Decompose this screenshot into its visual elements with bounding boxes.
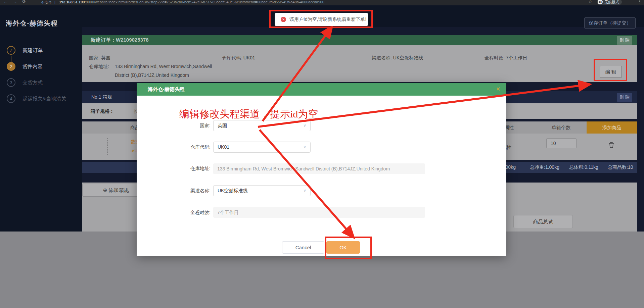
sidebar-steps: ✓ 新建订单 2 货件内容 3 交货方式 4 起运报关&当地清关 bbox=[0, 27, 82, 232]
step-4-indicator: 4 bbox=[7, 94, 15, 103]
annotation-box-ok-button bbox=[325, 237, 372, 259]
step-1-check-icon: ✓ bbox=[7, 46, 15, 55]
url-rest: :8000/website/index.html#/orderFonBW/ste… bbox=[85, 0, 324, 4]
sidebar-item-shipment-content[interactable]: 货件内容 bbox=[22, 63, 43, 70]
modal-address-input: 133 Birmingham Rd, West Bromwich,Sandwel… bbox=[213, 163, 425, 174]
modal-title: 海外仓-赫德头程 bbox=[148, 86, 185, 93]
order-delete-button[interactable]: 删 除 bbox=[617, 36, 632, 45]
address-line1: 133 Birmingham Rd, West Bromwich,Sandwel… bbox=[115, 64, 212, 69]
sidebar-item-new-order[interactable]: 新建订单 bbox=[22, 47, 43, 54]
chevron-down-icon: ∨ bbox=[303, 186, 306, 196]
sidebar-item-customs[interactable]: 起运报关&当地清关 bbox=[22, 96, 66, 102]
annotation-box-toast bbox=[269, 10, 373, 28]
chevron-down-icon: ∨ bbox=[303, 142, 306, 152]
modal-duration-input: 7个工作日 bbox=[213, 207, 425, 218]
address-label: 仓库地址: bbox=[89, 64, 109, 69]
row-divider bbox=[107, 138, 108, 155]
add-product-button[interactable]: 添加商品 bbox=[587, 121, 637, 134]
order-number-title: 新建订单：W2109025378 bbox=[91, 37, 149, 43]
modal-country-label: 国家: bbox=[152, 123, 211, 129]
browser-menu-icon[interactable]: ⋮ bbox=[637, 0, 642, 4]
warehouse-code-label: 仓库代码: bbox=[222, 55, 242, 60]
modal-warehouse-code-select[interactable]: UK01∨ bbox=[213, 142, 311, 153]
forward-icon[interactable]: → bbox=[13, 0, 17, 4]
box-delete-button[interactable]: 删 除 bbox=[617, 93, 632, 102]
stat-net-weight: 总净重:1.00kg bbox=[530, 164, 559, 170]
modal-footer-divider bbox=[137, 239, 506, 239]
warehouse-code-value: UK01 bbox=[243, 55, 255, 60]
chevron-down-icon: ∨ bbox=[303, 120, 306, 131]
channel-label: 渠道名称: bbox=[372, 55, 392, 60]
incognito-label: 无痕模式 bbox=[604, 0, 619, 4]
order-info-section: 国家: 英国 仓库代码: UK01 渠道名称: UK空派标准线 全程时效: 7个… bbox=[82, 45, 637, 82]
country-value: 英国 bbox=[101, 55, 110, 60]
close-icon[interactable]: ✕ bbox=[496, 86, 500, 92]
modal-address-label: 仓库地址: bbox=[152, 166, 211, 172]
modal-channel-select[interactable]: UK空派标准线∨ bbox=[213, 185, 311, 196]
url-separator: | bbox=[54, 0, 55, 4]
step-2-indicator: 2 bbox=[7, 62, 15, 71]
product-overview-button[interactable]: 商品总览 bbox=[513, 215, 573, 228]
bookmark-star-icon[interactable]: ☆ bbox=[588, 0, 592, 4]
order-title-bar: 新建订单：W2109025378 删 除 bbox=[82, 35, 637, 45]
modal-warehouse-code-value: UK01 bbox=[218, 144, 229, 150]
modal-channel-label: 渠道名称: bbox=[152, 188, 211, 194]
channel-value: UK空派标准线 bbox=[393, 55, 423, 60]
modal-country-value: 英国 bbox=[218, 123, 227, 128]
annotation-box-edit-button bbox=[594, 59, 627, 81]
sidebar-item-delivery-method[interactable]: 交货方式 bbox=[22, 80, 43, 86]
save-order-button[interactable]: 保存订单（待提交） bbox=[584, 17, 636, 29]
security-warning-label: 不安全 bbox=[41, 0, 52, 5]
reload-icon[interactable]: ⟳ bbox=[22, 0, 26, 4]
back-icon[interactable]: ← bbox=[3, 0, 8, 4]
modal-warehouse-code-label: 仓库代码: bbox=[152, 144, 211, 150]
incognito-icon: oo bbox=[598, 0, 603, 4]
modal-header: 海外仓-赫德头程 ✕ bbox=[137, 83, 506, 96]
browser-chrome: ← → ⟳ 不安全 | 192.168.51.199:8000/website/… bbox=[0, 0, 644, 5]
plus-circle-icon: ⊕ bbox=[103, 187, 107, 193]
country-label: 国家: bbox=[89, 55, 100, 60]
url-bar[interactable]: 192.168.51.199:8000/website/index.html#/… bbox=[59, 0, 324, 4]
add-box-label: 添加箱规 bbox=[108, 187, 129, 193]
stat-volume: 总体积:0.11kg bbox=[569, 164, 598, 170]
page: ← → ⟳ 不安全 | 192.168.51.199:8000/website/… bbox=[0, 0, 644, 308]
box-number-title: No.1 箱规 bbox=[91, 94, 112, 100]
page-title: 海外仓-赫德头程 bbox=[6, 19, 58, 28]
qty-per-box-input[interactable]: 10 bbox=[546, 138, 577, 148]
annotation-note: 编辑修改头程渠道，提示id为空 bbox=[179, 107, 318, 121]
cancel-button[interactable]: Cancel bbox=[282, 241, 324, 254]
modal-country-select[interactable]: 英国∨ bbox=[213, 120, 311, 131]
incognito-badge: oo 无痕模式 bbox=[597, 0, 622, 5]
box-spec-label: 箱子规格： bbox=[91, 108, 114, 114]
modal-duration-label: 全程时效: bbox=[152, 210, 211, 216]
modal-channel-value: UK空派标准线 bbox=[218, 188, 247, 193]
duration-value: 7个工作日 bbox=[506, 55, 527, 60]
column-qty-per-box: 单箱个数 bbox=[552, 125, 570, 131]
address-line2: District (B),B714JZ,United Kingdom bbox=[115, 72, 189, 78]
delete-row-trash-icon[interactable] bbox=[609, 142, 614, 148]
url-host: 192.168.51.199 bbox=[59, 0, 85, 4]
duration-label: 全程时效: bbox=[485, 55, 505, 60]
stat-total-products: 总商品数:10 bbox=[608, 164, 633, 170]
step-3-indicator: 3 bbox=[7, 78, 15, 87]
